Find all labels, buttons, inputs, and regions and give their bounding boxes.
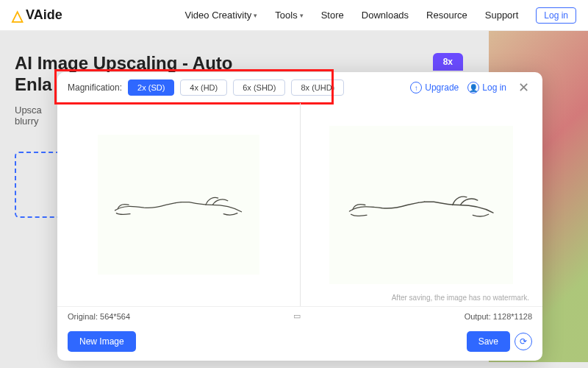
original-image bbox=[98, 135, 259, 275]
nav-downloads[interactable]: Downloads bbox=[362, 10, 409, 21]
modal-toolbar: Magnification: 2x (SD) 4x (HD) 6x (SHD) … bbox=[57, 72, 542, 103]
mag-option-4x[interactable]: 4x (HD) bbox=[180, 79, 227, 96]
nav-label: Store bbox=[321, 10, 344, 21]
nav-label: Tools bbox=[275, 10, 297, 21]
brand-logo[interactable]: △ VAide bbox=[12, 7, 62, 24]
hands-illustration-icon bbox=[110, 177, 247, 233]
nav-label: Downloads bbox=[362, 10, 409, 21]
logo-icon: △ bbox=[12, 7, 23, 24]
nav-label: Resource bbox=[426, 10, 467, 21]
nav-label: Video Creativity bbox=[185, 10, 252, 21]
nav-login-button[interactable]: Log in bbox=[536, 7, 576, 24]
compare-handle-icon[interactable]: ▭ bbox=[130, 311, 465, 321]
chevron-down-icon: ▾ bbox=[300, 12, 304, 19]
history-icon[interactable]: ⟳ bbox=[514, 333, 532, 350]
modal-login-link[interactable]: 👤 Log in bbox=[467, 82, 506, 93]
original-pane bbox=[57, 103, 300, 306]
mag-option-6x[interactable]: 6x (SHD) bbox=[233, 79, 285, 96]
nav-video-creativity[interactable]: Video Creativity ▾ bbox=[185, 10, 258, 21]
login-label: Log in bbox=[544, 10, 568, 21]
hands-illustration-icon bbox=[343, 174, 500, 236]
upscale-modal: Magnification: 2x (SD) 4x (HD) 6x (SHD) … bbox=[57, 72, 542, 361]
info-bar: Original: 564*564 ▭ Output: 1128*1128 bbox=[57, 306, 542, 325]
new-image-button[interactable]: New Image bbox=[68, 331, 136, 352]
upgrade-label: Upgrade bbox=[425, 82, 459, 93]
original-size-label: Original: 564*564 bbox=[68, 312, 130, 321]
upgrade-link[interactable]: ↑ Upgrade bbox=[410, 82, 459, 93]
nav-tools[interactable]: Tools ▾ bbox=[275, 10, 303, 21]
nav-support[interactable]: Support bbox=[485, 10, 519, 21]
nav-store[interactable]: Store bbox=[321, 10, 344, 21]
output-image bbox=[329, 126, 513, 284]
close-icon[interactable]: ✕ bbox=[515, 79, 532, 96]
output-pane bbox=[300, 103, 543, 306]
nav-label: Support bbox=[485, 10, 519, 21]
modal-login-label: Log in bbox=[482, 82, 506, 93]
nav-resource[interactable]: Resource bbox=[426, 10, 467, 21]
magnification-label: Magnification: bbox=[68, 82, 122, 93]
mag-option-8x[interactable]: 8x (UHD) bbox=[291, 79, 344, 96]
chevron-down-icon: ▾ bbox=[254, 12, 257, 19]
watermark-note: After saving, the image has no watermark… bbox=[392, 294, 529, 302]
top-nav: △ VAide Video Creativity ▾ Tools ▾ Store… bbox=[0, 0, 588, 31]
mag-option-2x[interactable]: 2x (SD) bbox=[128, 79, 174, 96]
modal-bottom-bar: New Image Save ⟳ bbox=[57, 325, 542, 361]
user-icon: 👤 bbox=[467, 82, 479, 93]
magnification-row: Magnification: 2x (SD) 4x (HD) 6x (SHD) … bbox=[68, 79, 344, 96]
save-button[interactable]: Save bbox=[467, 331, 510, 352]
upscale-badge: 8x bbox=[433, 53, 463, 71]
preview-area: After saving, the image has no watermark… bbox=[57, 103, 542, 306]
brand-text: VAide bbox=[26, 7, 62, 23]
output-size-label: Output: 1128*1128 bbox=[465, 312, 532, 321]
upgrade-icon: ↑ bbox=[410, 82, 422, 93]
